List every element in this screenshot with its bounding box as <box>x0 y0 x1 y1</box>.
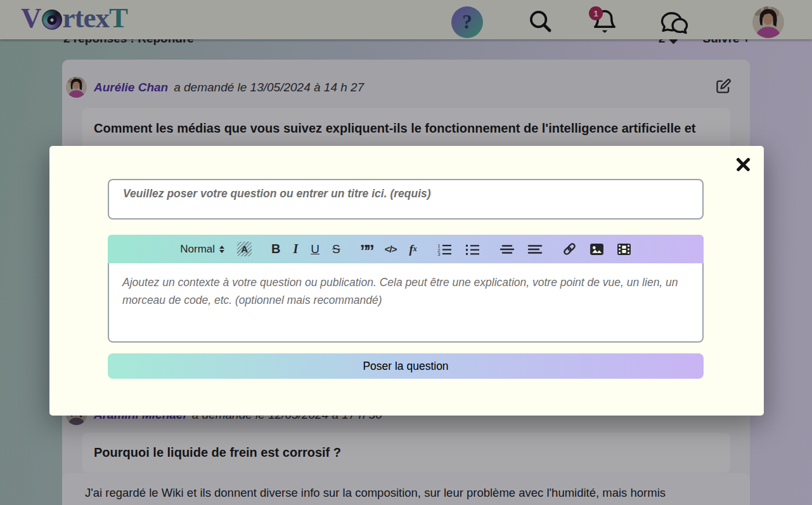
paragraph-style-dropdown[interactable]: Normal <box>179 240 226 259</box>
svg-text:3: 3 <box>437 252 440 256</box>
dropdown-updown-icon <box>219 246 224 253</box>
code-button[interactable]: </> <box>383 240 398 259</box>
underline-button[interactable]: U <box>309 240 321 259</box>
align-center-button[interactable] <box>498 240 516 259</box>
submit-question-button[interactable]: Poser la question <box>108 353 704 379</box>
svg-text:1: 1 <box>437 243 440 247</box>
formula-button[interactable]: fx <box>408 240 418 259</box>
image-icon <box>590 243 604 256</box>
insert-image-button[interactable] <box>588 240 605 259</box>
align-justify-button[interactable] <box>526 240 544 259</box>
highlight-color-button[interactable]: A <box>236 240 253 259</box>
question-body-editor[interactable] <box>108 263 704 343</box>
insert-link-button[interactable] <box>561 240 578 259</box>
app-root: 2 réponses ! Répondre 2 ◆ Suivre + Aurél… <box>0 0 812 505</box>
paragraph-style-label: Normal <box>180 243 215 256</box>
ask-question-modal: Normal A B I U S ”” </> fx 123 <box>49 146 764 416</box>
italic-button[interactable]: I <box>292 240 300 259</box>
link-icon <box>562 242 577 256</box>
close-modal-button[interactable] <box>732 154 754 175</box>
insert-video-button[interactable] <box>615 240 633 259</box>
align-justify-icon <box>527 244 543 255</box>
blockquote-button[interactable]: ”” <box>359 242 373 261</box>
bullet-list-icon <box>465 243 480 256</box>
question-title-input[interactable] <box>108 179 704 220</box>
bold-button[interactable]: B <box>270 240 281 259</box>
editor-toolbar: Normal A B I U S ”” </> fx 123 <box>108 235 704 263</box>
align-center-icon <box>499 244 515 255</box>
video-icon <box>617 243 631 256</box>
highlight-a-icon: A <box>237 242 252 256</box>
strikethrough-button[interactable]: S <box>331 240 342 259</box>
bullet-list-button[interactable] <box>463 240 481 259</box>
ordered-list-button[interactable]: 123 <box>435 240 453 259</box>
ordered-list-icon: 123 <box>437 243 452 256</box>
